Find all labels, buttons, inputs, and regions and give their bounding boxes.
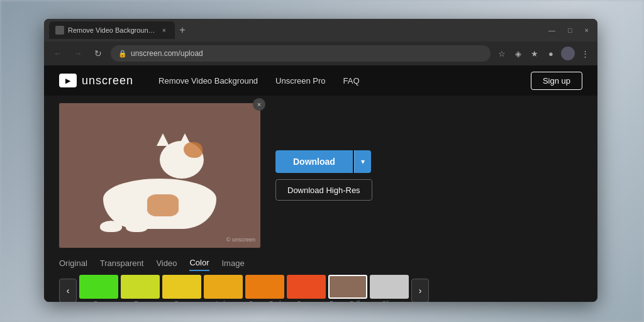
swatch-label-6: Roman Coffee: [330, 300, 366, 302]
site-nav-links: Remove Video Background Unscreen Pro FAQ: [158, 76, 531, 86]
tab-list: Remove Video Background – Un... × +: [49, 19, 541, 42]
download-row: Download ▾: [275, 150, 371, 173]
swatch-label-2: Gorse: [174, 300, 190, 302]
swatch-color-0: [79, 275, 118, 299]
new-tab-button[interactable]: +: [175, 23, 190, 38]
cat-ear-left: [157, 133, 169, 146]
tab-favicon: [55, 26, 64, 35]
logo-icon: ▶: [59, 74, 77, 87]
swatch-label-4: Orange Peel: [249, 300, 281, 302]
cat-paw-1: [100, 221, 122, 232]
tab-color[interactable]: Color: [189, 258, 209, 271]
extension2-icon[interactable]: ★: [528, 47, 541, 60]
right-arrow-icon: ›: [419, 286, 422, 296]
logo-text: unscreen: [82, 74, 133, 87]
video-preview: © unscreen: [59, 103, 260, 248]
cat-patch-body: [147, 194, 179, 216]
video-container: × © unscreen: [59, 103, 260, 248]
extension3-icon[interactable]: ●: [545, 47, 557, 60]
site-logo: ▶ unscreen: [59, 74, 133, 87]
bookmark-icon[interactable]: ☆: [496, 47, 508, 60]
cat-paw-2: [126, 221, 148, 232]
nav-pro[interactable]: Unscreen Pro: [275, 76, 325, 86]
swatch-item-6[interactable]: Roman Coffee: [328, 275, 367, 302]
swatches-container: ‹ en ScreenPearGorseAmberOrange PeelOran…: [44, 271, 597, 302]
page-content: ▶ unscreen Remove Video Background Unscr…: [44, 65, 597, 302]
swatches-prev-button[interactable]: ‹: [59, 279, 77, 302]
swatches-next-button[interactable]: ›: [411, 279, 429, 302]
swatch-item-2[interactable]: Gorse: [162, 275, 201, 302]
download-button[interactable]: Download: [275, 150, 353, 173]
toolbar-icons: ☆ ◈ ★ ● ⋮: [496, 47, 591, 60]
tab-close-button[interactable]: ×: [160, 26, 169, 35]
swatch-label-7: Silver: [382, 300, 397, 302]
swatch-label-3: Amber: [215, 300, 232, 302]
swatch-list: en ScreenPearGorseAmberOrange PeelOrange…: [79, 275, 409, 302]
tab-title: Remove Video Background – Un...: [68, 26, 156, 34]
swatch-item-3[interactable]: Amber: [204, 275, 243, 302]
nav-faq[interactable]: FAQ: [343, 76, 360, 86]
video-close-button[interactable]: ×: [253, 98, 265, 111]
swatch-color-1: [121, 275, 160, 299]
swatch-label-1: Pear: [134, 300, 146, 302]
swatch-color-2: [162, 275, 201, 299]
address-text: unscreen.com/upload: [131, 49, 203, 58]
lock-icon: 🔒: [118, 50, 127, 58]
swatch-item-7[interactable]: Silver: [370, 275, 409, 302]
close-window-button[interactable]: ×: [581, 25, 592, 35]
swatch-color-5: [287, 275, 326, 299]
main-area: × © unscreen: [44, 96, 597, 255]
window-controls: — □ ×: [545, 25, 592, 35]
tab-transparent[interactable]: Transparent: [100, 258, 144, 270]
maximize-button[interactable]: □: [564, 25, 576, 35]
swatch-color-7: [370, 275, 409, 299]
swatch-item-0[interactable]: en Screen: [79, 275, 118, 302]
swatch-color-6: [328, 275, 367, 299]
swatch-item-4[interactable]: Orange Peel: [245, 275, 284, 302]
refresh-button[interactable]: ↻: [91, 46, 106, 61]
address-field[interactable]: 🔒 unscreen.com/upload: [111, 45, 491, 62]
nav-remove-bg[interactable]: Remove Video Background: [158, 76, 258, 86]
cat-patch-head: [184, 142, 203, 158]
swatch-label-0: en Screen: [86, 300, 111, 302]
left-arrow-icon: ‹: [67, 286, 70, 296]
extension1-icon[interactable]: ◈: [512, 47, 525, 60]
browser-tab-bar: Remove Video Background – Un... × + — □ …: [44, 19, 597, 42]
swatch-item-5[interactable]: Orange: [287, 275, 326, 302]
swatch-color-3: [204, 275, 243, 299]
download-dropdown-button[interactable]: ▾: [354, 150, 371, 173]
forward-button[interactable]: →: [70, 46, 86, 61]
video-watermark: © unscreen: [226, 236, 255, 243]
download-hires-button[interactable]: Download High-Res: [275, 179, 372, 201]
swatch-item-1[interactable]: Pear: [121, 275, 160, 302]
cat-figure: [97, 128, 223, 229]
browser-tab[interactable]: Remove Video Background – Un... ×: [49, 21, 175, 39]
tab-original[interactable]: Original: [59, 258, 87, 270]
tab-video[interactable]: Video: [156, 258, 177, 270]
menu-icon[interactable]: ⋮: [579, 47, 591, 60]
swatch-color-4: [245, 275, 284, 299]
right-panel: Download ▾ Download High-Res: [275, 150, 372, 201]
browser-window: Remove Video Background – Un... × + — □ …: [44, 19, 597, 302]
site-navbar: ▶ unscreen Remove Video Background Unscr…: [44, 65, 597, 96]
minimize-button[interactable]: —: [545, 25, 559, 35]
cat-paws: [100, 221, 148, 232]
back-button[interactable]: ←: [50, 46, 65, 61]
swatch-label-5: Orange: [297, 300, 316, 302]
tab-image[interactable]: Image: [222, 258, 245, 270]
address-bar-row: ← → ↻ 🔒 unscreen.com/upload ☆ ◈ ★ ● ⋮: [44, 42, 597, 65]
signup-button[interactable]: Sign up: [531, 72, 582, 90]
tabs-row: OriginalTransparentVideoColorImage: [44, 255, 597, 271]
profile-icon[interactable]: [561, 47, 575, 60]
